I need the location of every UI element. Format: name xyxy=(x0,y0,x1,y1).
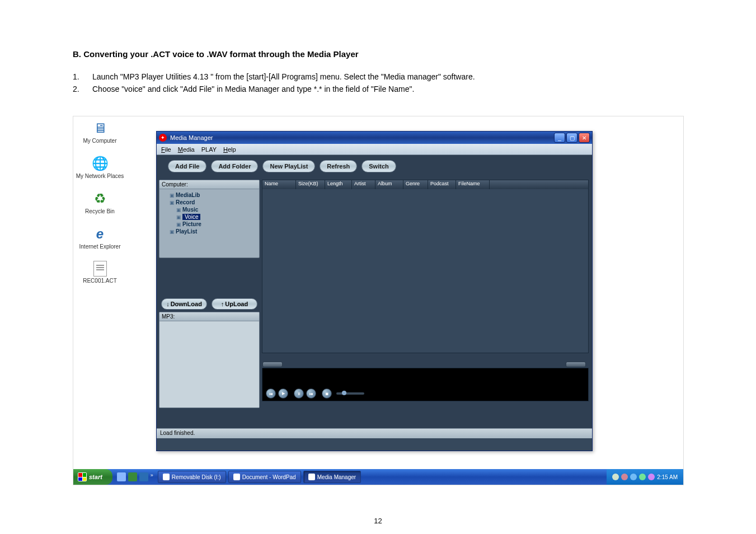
menu-help[interactable]: Help xyxy=(223,146,236,153)
new-playlist-button[interactable]: New PlayList xyxy=(262,160,315,172)
prev-button[interactable]: ⏮ xyxy=(266,388,276,399)
tray-icon[interactable] xyxy=(612,474,619,480)
tree-picture[interactable]: ▣Picture xyxy=(163,221,256,228)
minimize-button[interactable]: _ xyxy=(554,133,565,143)
taskbar-item-label: Document - WordPad xyxy=(242,474,296,480)
add-file-button[interactable]: Add File xyxy=(168,160,206,172)
taskbar-item[interactable]: Removable Disk (I:) xyxy=(158,471,226,483)
embedded-screenshot: 🖥 My Computer 🌐 My Network Places ♻ Recy… xyxy=(73,116,684,485)
system-tray: 2:15 AM xyxy=(607,469,683,485)
add-folder-button[interactable]: Add Folder xyxy=(211,160,258,172)
page-number: 12 xyxy=(0,517,756,525)
column-header[interactable]: Length xyxy=(325,180,352,189)
ie-icon: e xyxy=(92,226,109,242)
menu-file[interactable]: File xyxy=(161,146,171,153)
tray-clock: 2:15 AM xyxy=(657,474,678,480)
tray-icon[interactable] xyxy=(630,474,637,480)
mp3-panel-body xyxy=(159,321,259,407)
taskbar-item[interactable]: Media Manager xyxy=(303,471,361,483)
up-arrow-icon: ↑ xyxy=(221,301,224,307)
media-manager-window: ✦ Media Manager _ ▢ ✕ File Media PLAY He… xyxy=(156,131,593,451)
tree-voice[interactable]: ▣Voice xyxy=(163,213,256,221)
column-header[interactable]: Album xyxy=(375,180,403,189)
close-button[interactable]: ✕ xyxy=(579,133,590,143)
refresh-button[interactable]: Refresh xyxy=(320,160,357,172)
taskbar-item-icon xyxy=(308,474,315,480)
player-handle-right[interactable] xyxy=(566,362,586,367)
quick-launch-icon[interactable] xyxy=(128,472,137,481)
taskbar: start » Removable Disk (I:)Document - Wo… xyxy=(73,469,683,485)
menu-bar: File Media PLAY Help xyxy=(157,144,592,155)
maximize-button[interactable]: ▢ xyxy=(566,133,577,143)
desktop-icon-rec001-act[interactable]: REC001.ACT xyxy=(73,261,126,284)
file-icon xyxy=(93,261,107,277)
player-handle-left[interactable] xyxy=(262,362,283,367)
column-header[interactable]: Size(KB) xyxy=(296,180,325,189)
pause-button[interactable]: ⏸ xyxy=(294,388,304,399)
volume-slider[interactable] xyxy=(336,392,364,395)
quick-launch-icon[interactable] xyxy=(117,472,126,481)
taskbar-item-label: Media Manager xyxy=(317,474,356,480)
app-icon: ✦ xyxy=(159,134,167,142)
step-text: Choose "voice" and click "Add File" in M… xyxy=(92,85,414,93)
step-1: 1. Launch "MP3 Player Utilities 4.13 " f… xyxy=(73,72,683,81)
step-num: 2. xyxy=(73,85,92,93)
taskbar-item[interactable]: Document - WordPad xyxy=(228,471,301,483)
windows-desktop: 🖥 My Computer 🌐 My Network Places ♻ Recy… xyxy=(73,116,683,485)
tree-medialib[interactable]: ▣MediaLib xyxy=(163,191,256,199)
next-button[interactable]: ⏭ xyxy=(306,388,316,399)
quick-launch-more[interactable]: » xyxy=(151,472,153,481)
computer-icon: 🖥 xyxy=(92,120,109,137)
tray-icon[interactable] xyxy=(639,474,646,480)
file-list-header: NameSize(KB)LengthArtistAlbumGenrePodcas… xyxy=(262,180,588,189)
desktop-icon-my-network-places[interactable]: 🌐 My Network Places xyxy=(73,155,126,179)
mp3-panel: MP3: xyxy=(159,312,260,408)
taskbar-item-icon xyxy=(163,474,170,480)
file-list-body xyxy=(262,189,588,353)
taskbar-item-label: Removable Disk (I:) xyxy=(172,474,221,480)
switch-button[interactable]: Switch xyxy=(361,160,396,172)
stop-button[interactable]: ⏹ xyxy=(322,388,332,399)
file-list: NameSize(KB)LengthArtistAlbumGenrePodcas… xyxy=(262,180,589,353)
menu-play[interactable]: PLAY xyxy=(201,146,217,153)
tree-record[interactable]: ▣Record xyxy=(163,199,256,206)
toolbar: Add File Add Folder New PlayList Refresh… xyxy=(157,155,592,177)
tray-icon[interactable] xyxy=(621,474,628,480)
recycle-icon: ♻ xyxy=(92,190,109,207)
down-arrow-icon: ↓ xyxy=(166,301,170,307)
column-header[interactable]: FileName xyxy=(456,180,490,189)
play-button[interactable]: ▶ xyxy=(278,388,288,399)
computer-panel-header: Computer: xyxy=(159,180,259,189)
upload-button[interactable]: ↑UpLoad xyxy=(212,298,257,310)
step-2: 2. Choose "voice" and click "Add File" i… xyxy=(73,85,683,93)
column-header[interactable]: Podcast xyxy=(428,180,456,189)
taskbar-item-icon xyxy=(233,474,240,480)
network-icon: 🌐 xyxy=(92,155,109,172)
mp3-panel-header: MP3: xyxy=(159,312,259,321)
column-header[interactable]: Name xyxy=(262,180,296,189)
start-button[interactable]: start xyxy=(73,469,112,485)
tree-music[interactable]: ▣Music xyxy=(163,206,256,213)
folder-tree: ▣MediaLib ▣Record ▣Music ▣Voice ▣Picture… xyxy=(159,189,259,257)
step-text: Launch "MP3 Player Utilities 4.13 " from… xyxy=(92,72,475,81)
step-num: 1. xyxy=(73,72,92,81)
window-titlebar[interactable]: ✦ Media Manager _ ▢ ✕ xyxy=(157,132,592,144)
computer-panel: Computer: ▣MediaLib ▣Record ▣Music ▣Voic… xyxy=(159,180,260,258)
windows-logo-icon xyxy=(78,472,87,481)
quick-launch-icon[interactable] xyxy=(139,472,148,481)
section-heading: B. Converting your .ACT voice to .WAV fo… xyxy=(73,49,683,59)
window-title: Media Manager xyxy=(170,134,554,141)
status-bar: Load finished. xyxy=(157,428,592,438)
desktop-icon-internet-explorer[interactable]: e Internet Explorer xyxy=(73,226,126,250)
tray-icon[interactable] xyxy=(648,474,655,480)
desktop-icon-recycle-bin[interactable]: ♻ Recycle Bin xyxy=(73,190,126,214)
download-button[interactable]: ↓DownLoad xyxy=(161,298,207,310)
tree-playlist[interactable]: ▣PlayList xyxy=(163,228,256,235)
column-header[interactable]: Genre xyxy=(403,180,428,189)
player-bar: ⏮ ▶ ⏸ ⏭ ⏹ xyxy=(262,368,589,401)
desktop-icon-my-computer[interactable]: 🖥 My Computer xyxy=(73,120,126,144)
menu-media[interactable]: Media xyxy=(178,146,195,153)
column-header[interactable]: Artist xyxy=(352,180,375,189)
